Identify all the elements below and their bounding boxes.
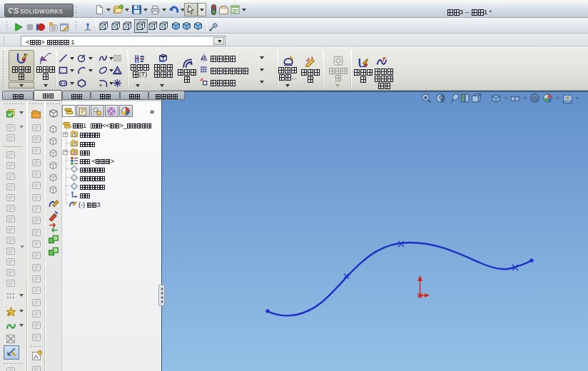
svg-text:SOLIDWORKS: SOLIDWORKS (20, 9, 64, 15)
svg-text:ϚS: ϚS (8, 6, 19, 15)
svg-text:A: A (73, 151, 76, 155)
